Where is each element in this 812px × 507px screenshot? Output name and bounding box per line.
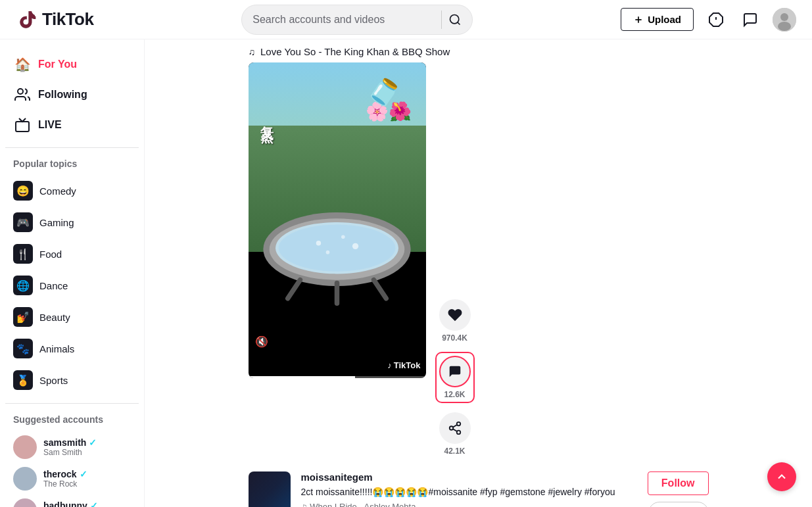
sidebar: 🏠 For You Following LIVE: [0, 39, 145, 507]
gaming-label: Gaming: [39, 217, 74, 228]
logo-text: TikTok: [42, 9, 93, 30]
get-app-button[interactable]: Get app: [648, 502, 709, 507]
comment-count: 12.6K: [444, 390, 465, 399]
video1-scene: 🌸🌺 🫙: [249, 62, 426, 378]
account-item-badbunny[interactable]: badbunny ✓ Bad Bunny: [5, 495, 139, 507]
comment-button[interactable]: 12.6K: [437, 353, 473, 402]
video2-actions: Follow Get app: [648, 471, 709, 507]
tiktok-watermark: ♪ TikTok: [387, 360, 420, 370]
chevron-up-icon: [775, 470, 788, 483]
video1-player[interactable]: 🌸🌺 🫙: [249, 62, 426, 378]
search-icon: [448, 13, 462, 26]
message-icon: [742, 12, 758, 28]
comedy-label: Comedy: [39, 185, 76, 197]
main-layout: 🏠 For You Following LIVE: [0, 39, 812, 507]
sidebar-item-sports[interactable]: 🏅 Sports: [5, 365, 139, 395]
header: TikTok Upload: [0, 0, 812, 39]
avatar[interactable]: [773, 8, 796, 32]
like-button[interactable]: 970.4K: [437, 299, 473, 343]
svg-point-10: [18, 89, 23, 94]
pan-svg: [257, 183, 417, 315]
sports-label: Sports: [39, 375, 68, 386]
svg-point-16: [316, 241, 321, 245]
account-item-therock[interactable]: therock ✓ The Rock: [5, 463, 139, 495]
music-note-icon: ♫: [249, 47, 256, 57]
sidebar-item-for-you[interactable]: 🏠 For You: [5, 50, 139, 79]
sidebar-item-live[interactable]: LIVE: [5, 110, 139, 139]
svg-point-0: [450, 14, 459, 23]
verified-badge-badbunny: ✓: [90, 500, 98, 507]
sidebar-item-animals[interactable]: 🐾 Animals: [5, 333, 139, 364]
username-samsmith: samsmith ✓: [43, 437, 97, 448]
comedy-icon: 😄: [13, 181, 33, 201]
comment-icon: [448, 364, 462, 379]
scroll-to-top-button[interactable]: [767, 462, 796, 491]
share-count: 42.1K: [444, 447, 465, 456]
sidebar-item-food[interactable]: 🍴 Food: [5, 239, 139, 269]
search-bar: [241, 5, 473, 35]
svg-point-8: [780, 13, 788, 21]
sidebar-item-beauty[interactable]: 💅 Beauty: [5, 302, 139, 332]
sidebar-item-gaming[interactable]: 🎮 Gaming: [5, 207, 139, 237]
upload-label: Upload: [648, 14, 681, 25]
tiktok-watermark-text: TikTok: [394, 360, 421, 370]
sidebar-divider: [5, 147, 139, 148]
share-icon-circle: [439, 412, 471, 444]
account-info-samsmith: samsmith ✓ Sam Smith: [43, 437, 97, 457]
video2-thumbnail[interactable]: [249, 471, 291, 507]
animals-label: Animals: [39, 343, 74, 354]
sidebar-label-following: Following: [38, 89, 87, 101]
share-button[interactable]: 42.1K: [437, 412, 473, 456]
header-right: Upload: [621, 8, 796, 32]
dance-label: Dance: [39, 280, 68, 291]
like-icon-circle: [439, 299, 471, 331]
video2-music: ♫ When I Ride - Ashley Mehta: [301, 502, 627, 507]
follow-button[interactable]: Follow: [648, 471, 709, 495]
svg-point-9: [778, 22, 791, 31]
username-therock: therock ✓: [43, 469, 87, 479]
svg-line-22: [374, 280, 387, 299]
upload-button[interactable]: Upload: [621, 8, 694, 31]
sidebar-item-comedy[interactable]: 😄 Comedy: [5, 176, 139, 206]
sidebar-label-live: LIVE: [38, 119, 62, 131]
tiktok-logo-icon: [16, 8, 39, 32]
video1-actions: 970.4K 12.6K: [437, 62, 473, 456]
mute-icon[interactable]: 🔇: [255, 335, 268, 348]
animals-icon: 🐾: [13, 339, 33, 358]
food-label: Food: [39, 249, 62, 260]
svg-point-17: [341, 235, 345, 239]
svg-line-27: [452, 425, 456, 427]
heart-icon: [447, 307, 463, 323]
messages-button[interactable]: [738, 8, 762, 32]
account-item-samsmith[interactable]: samsmith ✓ Sam Smith: [5, 431, 139, 463]
video1-overlay-text: 复蒸: [259, 115, 277, 123]
avatar-therock: [13, 467, 37, 491]
logo[interactable]: TikTok: [16, 8, 93, 32]
plus-icon: [633, 14, 644, 25]
search-input[interactable]: [252, 14, 435, 26]
sidebar-item-dance[interactable]: 🌐 Dance: [5, 270, 139, 301]
food-icon: 🍴: [13, 244, 33, 264]
live-icon: [13, 116, 32, 134]
verified-badge-therock: ✓: [80, 469, 87, 479]
verified-badge-samsmith: ✓: [89, 437, 97, 448]
svg-line-1: [458, 22, 460, 24]
suggested-accounts-label: Suggested accounts: [5, 412, 139, 427]
svg-line-26: [452, 429, 456, 431]
sidebar-item-following[interactable]: Following: [5, 80, 139, 109]
account-info-therock: therock ✓ The Rock: [43, 469, 87, 489]
beauty-label: Beauty: [39, 312, 70, 323]
pan-area: [257, 183, 417, 315]
video1-container: 🌸🌺 🫙: [249, 62, 709, 456]
share-icon: [448, 421, 462, 435]
menu-icon: [708, 12, 724, 28]
like-count: 970.4K: [442, 333, 467, 343]
video2-username: moissanitegem: [301, 471, 627, 483]
menu-button[interactable]: [704, 8, 728, 32]
account-info-badbunny: badbunny ✓ Bad Bunny: [43, 500, 98, 507]
sports-icon: 🏅: [13, 370, 33, 390]
video2-info: moissanitegem 2ct moissanite!!!!!😭😭😭😭😭#m…: [301, 471, 627, 507]
video1-music-header: ♫ Love You So - The King Khan & BBQ Show: [249, 39, 709, 62]
search-button[interactable]: [448, 13, 462, 26]
gaming-icon: 🎮: [13, 212, 33, 232]
